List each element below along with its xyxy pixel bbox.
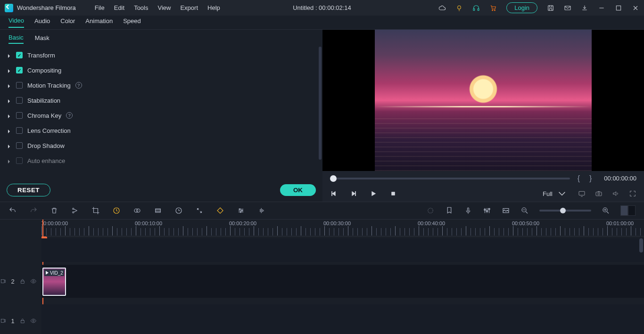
volume-icon[interactable] <box>612 190 619 197</box>
play-icon[interactable] <box>370 190 377 197</box>
mixer-icon[interactable] <box>483 206 491 215</box>
step-forward-icon[interactable] <box>350 190 357 197</box>
tab-color[interactable]: Color <box>60 17 75 27</box>
marker-dotted-icon[interactable] <box>426 206 435 215</box>
adjust-icon[interactable] <box>237 206 245 215</box>
subtab-mask[interactable]: Mask <box>35 34 50 43</box>
ruler-label: 00:00:40:00 <box>418 220 445 226</box>
timeline-scrollbar[interactable] <box>639 238 643 323</box>
option-stabilization[interactable]: Stabilization <box>5 93 318 108</box>
mail-icon[interactable] <box>564 4 571 12</box>
crop-icon[interactable] <box>91 206 100 215</box>
eye-icon[interactable] <box>30 318 37 324</box>
thumbnail-icon[interactable] <box>502 206 510 215</box>
keyframe-icon[interactable] <box>216 206 224 215</box>
option-compositing[interactable]: Compositing <box>5 63 318 78</box>
checkbox-transform[interactable] <box>16 52 23 58</box>
option-lens-correction[interactable]: Lens Correction <box>5 123 318 138</box>
download-icon[interactable] <box>581 4 588 12</box>
menu-file[interactable]: File <box>90 2 109 13</box>
close-icon[interactable] <box>632 4 639 12</box>
step-back-icon[interactable] <box>330 190 338 197</box>
audio-wave-icon[interactable] <box>257 206 266 215</box>
zoom-in-icon[interactable] <box>602 206 610 215</box>
menu-edit[interactable]: Edit <box>109 2 129 13</box>
option-transform[interactable]: Transform <box>5 48 318 63</box>
svg-rect-38 <box>1 319 4 323</box>
checkbox-drop-shadow[interactable] <box>16 142 23 149</box>
split-icon[interactable] <box>71 206 79 215</box>
track-row-2[interactable]: VID_2 <box>41 265 644 298</box>
eye-icon[interactable] <box>30 278 37 285</box>
lock-icon[interactable] <box>19 278 26 285</box>
checkbox-auto-enhance[interactable] <box>16 157 23 164</box>
headphones-icon[interactable] <box>472 4 480 12</box>
option-motion-tracking[interactable]: Motion Tracking ? <box>5 78 318 93</box>
info-icon[interactable]: ? <box>75 82 82 89</box>
timeline-view-toggle[interactable] <box>620 205 636 216</box>
snapshot-icon[interactable] <box>595 190 603 197</box>
subtab-basic[interactable]: Basic <box>8 34 24 44</box>
option-chroma-key[interactable]: Chroma Key ? <box>5 108 318 123</box>
mark-in-icon[interactable]: { <box>576 174 582 183</box>
cloud-icon[interactable] <box>438 4 446 12</box>
zoom-out-icon[interactable] <box>520 206 529 215</box>
checkbox-motion-tracking[interactable] <box>16 82 23 89</box>
save-icon[interactable] <box>547 4 554 12</box>
timeline: 00:00:00:00 00:00:10:00 00:00:20:00 00:0… <box>0 220 644 334</box>
ok-button[interactable]: OK <box>280 184 316 196</box>
redo-icon[interactable] <box>29 206 38 215</box>
login-button[interactable]: Login <box>506 2 537 13</box>
mark-out-icon[interactable]: } <box>587 174 594 183</box>
zoom-thumb[interactable] <box>560 208 566 213</box>
svg-rect-7 <box>616 6 620 10</box>
duration-icon[interactable] <box>174 206 183 215</box>
options-scrollbar[interactable] <box>319 47 322 160</box>
delete-icon[interactable] <box>50 206 58 215</box>
menu-view[interactable]: View <box>153 2 175 13</box>
tab-animation[interactable]: Animation <box>85 17 113 27</box>
svg-rect-9 <box>355 192 355 196</box>
seek-handle[interactable] <box>330 175 337 182</box>
track-row-1[interactable] <box>41 304 644 334</box>
checkbox-stabilization[interactable] <box>16 97 23 104</box>
cart-icon[interactable] <box>489 4 497 12</box>
lock-icon[interactable] <box>19 318 26 324</box>
option-auto-enhance[interactable]: Auto enhance <box>5 153 318 168</box>
menu-export[interactable]: Export <box>175 2 203 13</box>
checkbox-chroma-key[interactable] <box>16 112 23 119</box>
seek-bar[interactable] <box>330 178 570 179</box>
checkbox-compositing[interactable] <box>16 67 23 73</box>
chevron-down-icon <box>558 190 566 197</box>
stop-icon[interactable] <box>389 190 397 197</box>
checkbox-lens-correction[interactable] <box>16 127 23 134</box>
freeze-frame-icon[interactable] <box>154 206 162 215</box>
track-spacer[interactable] <box>41 238 644 262</box>
zoom-slider[interactable] <box>539 210 591 212</box>
maximize-icon[interactable] <box>615 4 622 12</box>
voiceover-icon[interactable] <box>464 206 472 215</box>
color-match-icon[interactable] <box>133 206 141 215</box>
tab-audio[interactable]: Audio <box>34 17 50 27</box>
undo-icon[interactable] <box>8 206 17 215</box>
speed-icon[interactable] <box>112 206 121 215</box>
fullscreen-icon[interactable] <box>629 190 636 197</box>
idea-icon[interactable] <box>455 4 463 12</box>
display-icon[interactable] <box>578 190 586 197</box>
preview-frame[interactable] <box>375 30 592 171</box>
ruler-label: 00:00:20:00 <box>229 220 256 226</box>
info-icon[interactable]: ? <box>66 112 73 119</box>
track-number: 2 <box>11 278 15 285</box>
menu-help[interactable]: Help <box>203 2 225 13</box>
minimize-icon[interactable] <box>598 4 605 12</box>
reset-button[interactable]: RESET <box>7 184 50 196</box>
marker-icon[interactable] <box>445 206 454 215</box>
time-ruler[interactable]: 00:00:00:00 00:00:10:00 00:00:20:00 00:0… <box>41 220 644 236</box>
fit-icon[interactable] <box>195 206 204 215</box>
menu-tools[interactable]: Tools <box>129 2 153 13</box>
quality-dropdown[interactable]: Full <box>540 189 569 198</box>
option-drop-shadow[interactable]: Drop Shadow <box>5 138 318 153</box>
clip-video[interactable]: VID_2 <box>42 268 66 296</box>
tab-speed[interactable]: Speed <box>123 17 141 27</box>
tab-video[interactable]: Video <box>8 17 24 28</box>
